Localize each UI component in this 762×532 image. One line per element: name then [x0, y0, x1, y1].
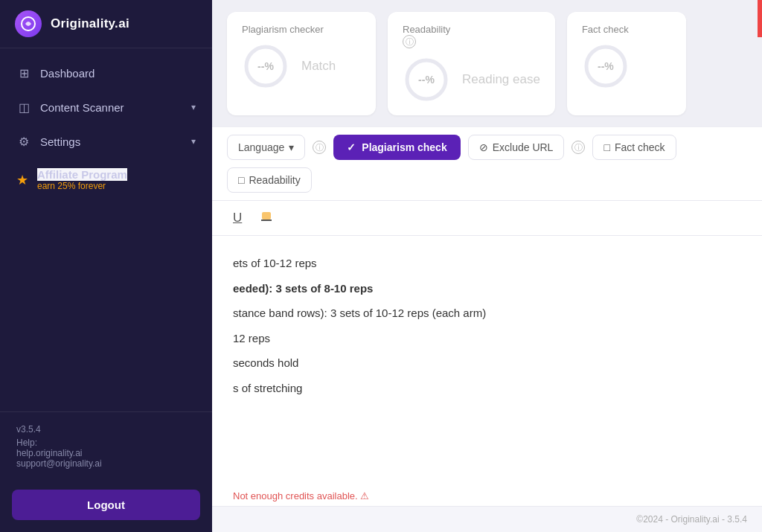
- sidebar-item-settings[interactable]: ⚙ Settings ▾: [0, 124, 212, 158]
- plagiarism-check-label: Plagiarism check: [362, 141, 446, 153]
- fact-check-gauge: --%: [582, 42, 630, 90]
- content-line-1: ets of 10-12 reps: [233, 254, 741, 273]
- brand-name: Originality.ai: [51, 16, 129, 31]
- version-number: v3.5.4: [16, 424, 41, 435]
- error-notice-text: Not enough credits available. ⚠: [233, 490, 369, 501]
- readability-score-name: Reading ease: [462, 72, 540, 87]
- readability-card: Readability ⓘ --% Reading ease: [388, 12, 555, 115]
- fact-check-value: --%: [598, 60, 614, 72]
- star-icon: ★: [16, 172, 28, 188]
- content-line-2: eeded): 3 sets of 8-10 reps: [233, 279, 741, 298]
- main-footer: ©2024 - Originality.ai - 3.5.4: [212, 506, 762, 532]
- plagiarism-score-name: Match: [301, 59, 336, 74]
- sidebar-item-content-scanner[interactable]: ◫ Content Scanner ▾: [0, 90, 212, 124]
- affiliate-label: Affiliate Program: [37, 168, 127, 181]
- sidebar-nav: ⊞ Dashboard ◫ Content Scanner ▾ ⚙ Settin…: [0, 48, 212, 411]
- content-line-6: s of stretching: [233, 379, 741, 398]
- content-line-5: seconds hold: [233, 353, 741, 373]
- fact-check-card-label: Fact check: [582, 24, 671, 35]
- affiliate-sublabel: earn 25% forever: [37, 181, 127, 191]
- sidebar: Originality.ai ⊞ Dashboard ◫ Content Sca…: [0, 0, 212, 532]
- plagiarism-value: --%: [257, 60, 274, 72]
- highlight-button[interactable]: [254, 207, 279, 229]
- language-label: Language: [238, 141, 284, 153]
- chevron-down-icon-lang: ▾: [289, 141, 294, 153]
- sidebar-footer: v3.5.4 Help: help.originality.ai support…: [0, 411, 212, 481]
- fact-check-button[interactable]: □ Fact check: [592, 135, 676, 160]
- fact-check-btn-label: Fact check: [615, 141, 665, 153]
- fact-check-card: Fact check --%: [567, 12, 686, 115]
- version-info: v3.5.4: [16, 424, 196, 435]
- readability-button[interactable]: □ Readability: [227, 167, 312, 193]
- exclude-url-button[interactable]: ⊘ Exclude URL: [468, 135, 565, 160]
- nav-settings-label: Settings: [40, 135, 80, 148]
- readability-info-icon[interactable]: ⓘ: [403, 35, 416, 48]
- content-area[interactable]: ets of 10-12 reps eeded): 3 sets of 8-10…: [212, 236, 762, 486]
- exclude-url-label: Exclude URL: [493, 141, 554, 153]
- sidebar-item-dashboard[interactable]: ⊞ Dashboard: [0, 56, 212, 90]
- exclude-url-icon: ⊘: [479, 141, 488, 153]
- logo-icon: [15, 10, 42, 37]
- nav-dashboard-label: Dashboard: [40, 67, 95, 80]
- format-bar: U: [212, 201, 762, 236]
- chevron-down-icon: ▾: [191, 102, 196, 112]
- readability-gauge: --%: [403, 56, 450, 103]
- readability-btn-label: Readability: [249, 174, 300, 186]
- fact-check-btn-icon: □: [603, 141, 609, 153]
- footer-text: ©2024 - Originality.ai - 3.5.4: [636, 514, 747, 525]
- support-link[interactable]: support@originality.ai: [16, 458, 196, 469]
- error-notice: Not enough credits available. ⚠: [212, 486, 762, 506]
- help-label: Help:: [16, 438, 37, 448]
- svg-rect-4: [262, 212, 271, 219]
- settings-icon: ⚙: [16, 134, 31, 149]
- logout-button[interactable]: Logout: [12, 490, 200, 520]
- toolbar: Language ▾ ⓘ ✓ Plagiarism check ⊘ Exclud…: [212, 127, 762, 201]
- sidebar-header: Originality.ai: [0, 0, 212, 48]
- score-cards-section: Plagiarism checker --% Match Readability…: [212, 0, 762, 127]
- content-line-3: stance band rows): 3 sets of 10-12 reps …: [233, 304, 741, 323]
- exclude-url-info-icon[interactable]: ⓘ: [572, 141, 585, 154]
- chevron-down-icon-settings: ▾: [191, 136, 196, 147]
- sidebar-item-affiliate[interactable]: ★ Affiliate Program earn 25% forever: [0, 158, 212, 201]
- readability-btn-icon: □: [238, 174, 244, 186]
- plagiarism-gauge: --%: [242, 42, 289, 90]
- plagiarism-check-icon: ✓: [347, 141, 356, 153]
- scanner-icon: ◫: [16, 100, 31, 115]
- plagiarism-card-label: Plagiarism checker: [242, 24, 361, 35]
- underline-button[interactable]: U: [227, 208, 248, 228]
- sidebar-brand-container: Originality.ai: [51, 16, 129, 31]
- help-link[interactable]: help.originality.ai: [16, 448, 196, 458]
- dashboard-icon: ⊞: [16, 65, 31, 80]
- readability-value: --%: [418, 74, 435, 86]
- readability-card-label: Readability ⓘ: [403, 24, 540, 48]
- language-button[interactable]: Language ▾: [227, 135, 305, 160]
- plagiarism-card: Plagiarism checker --% Match: [227, 12, 376, 115]
- content-line-4: 12 reps: [233, 329, 741, 348]
- plagiarism-check-button[interactable]: ✓ Plagiarism check: [333, 135, 460, 160]
- help-links: Help: help.originality.ai support@origin…: [16, 438, 196, 469]
- nav-scanner-label: Content Scanner: [40, 101, 124, 114]
- main-content: Plagiarism checker --% Match Readability…: [212, 0, 762, 532]
- language-info-icon[interactable]: ⓘ: [313, 141, 326, 154]
- red-bar-indicator: [758, 0, 762, 37]
